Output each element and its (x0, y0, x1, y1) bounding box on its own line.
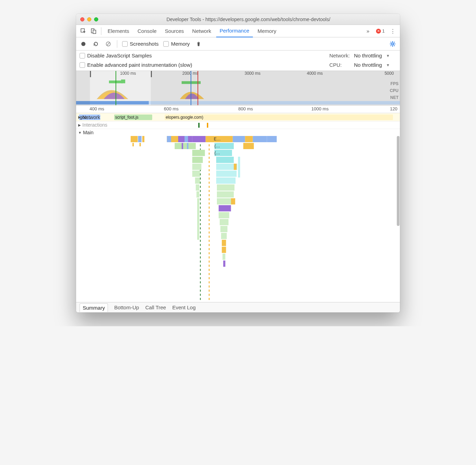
network-request-bar[interactable]: script_foot.js (114, 115, 152, 120)
screenshots-checkbox[interactable]: Screenshots (122, 41, 158, 47)
error-count-badge[interactable]: ✕ 1 (376, 28, 385, 34)
performance-toolbar: Screenshots Memory (76, 37, 400, 51)
capture-settings-button[interactable] (389, 40, 396, 48)
svg-rect-43 (267, 136, 276, 142)
ruler-tick: 600 ms (164, 106, 179, 111)
garbage-collect-button[interactable] (195, 40, 202, 48)
reload-record-button[interactable] (92, 40, 100, 48)
svg-line-12 (394, 45, 395, 46)
more-tabs-icon[interactable]: » (364, 27, 373, 36)
tab-console[interactable]: Console (134, 25, 160, 37)
scrollbar-thumb[interactable] (397, 136, 400, 226)
tab-sources[interactable]: Sources (162, 25, 187, 37)
ruler-tick: 1000 ms (311, 106, 329, 111)
svg-rect-46 (187, 143, 188, 149)
overview-timeline[interactable]: 1000 ms 2000 ms 3000 ms 4000 ms 5000 (76, 71, 400, 106)
svg-rect-56 (214, 150, 232, 156)
dropdown-icon[interactable]: ▼ (386, 54, 396, 58)
svg-rect-31 (138, 136, 141, 142)
svg-rect-63 (217, 198, 233, 204)
close-window-button[interactable] (80, 17, 84, 21)
svg-rect-69 (222, 240, 226, 246)
svg-rect-78 (139, 143, 141, 146)
overview-lane-labels: FPS CPU NET (390, 81, 399, 100)
svg-rect-45 (182, 143, 183, 149)
svg-rect-66 (220, 219, 228, 225)
svg-rect-68 (221, 233, 227, 239)
network-track[interactable]: ▶Network goo… script_foot.js elopers.goo… (76, 113, 400, 121)
enable-paint-label: Enable advanced paint instrumentation (s… (87, 62, 192, 68)
vertical-scrollbar[interactable] (396, 136, 400, 302)
network-throttle-label: Network: (329, 53, 350, 58)
detail-ruler[interactable]: 400 ms 600 ms 800 ms 1000 ms 120 (76, 106, 400, 113)
svg-rect-24 (76, 71, 90, 105)
separator (117, 40, 117, 48)
expand-icon[interactable]: ▶ (78, 115, 81, 119)
tab-memory[interactable]: Memory (254, 25, 280, 37)
devtools-window: Developer Tools - https://developers.goo… (76, 14, 400, 312)
svg-rect-76 (243, 143, 254, 149)
device-toolbar-icon[interactable] (89, 27, 98, 36)
ruler-tick: 120 (390, 106, 397, 111)
tab-bottom-up[interactable]: Bottom-Up (114, 304, 139, 310)
memory-label: Memory (171, 41, 190, 47)
svg-rect-71 (222, 254, 225, 260)
capture-options: Disable JavaScript Samples Network: No t… (76, 51, 400, 71)
clear-button[interactable] (104, 40, 112, 48)
screenshots-label: Screenshots (130, 41, 158, 47)
disable-js-samples-checkbox[interactable]: Disable JavaScript Samples (80, 53, 325, 58)
svg-line-13 (391, 45, 391, 46)
interactions-track[interactable]: ▶Interactions (76, 121, 400, 129)
tab-elements[interactable]: Elements (104, 25, 133, 37)
network-throttle-value[interactable]: No throttling (354, 53, 382, 58)
svg-rect-64 (219, 205, 231, 211)
svg-rect-55 (214, 143, 234, 149)
svg-rect-34 (167, 136, 171, 142)
minimize-window-button[interactable] (87, 17, 91, 21)
svg-rect-27 (207, 123, 208, 128)
cpu-throttle-label: CPU: (329, 62, 350, 68)
window-controls (80, 17, 98, 21)
timeline-tracks: ▶Network goo… script_foot.js elopers.goo… (76, 113, 400, 302)
tab-performance[interactable]: Performance (216, 25, 253, 37)
svg-rect-36 (184, 136, 188, 142)
fps-lane-label: FPS (390, 81, 399, 86)
main-track[interactable]: ▼Main (76, 129, 400, 302)
dropdown-icon[interactable]: ▼ (386, 63, 396, 67)
titlebar: Developer Tools - https://developers.goo… (76, 14, 400, 25)
svg-rect-51 (195, 177, 200, 184)
svg-rect-70 (222, 247, 226, 253)
tab-event-log[interactable]: Event Log (172, 304, 196, 310)
svg-point-3 (81, 42, 85, 46)
svg-rect-61 (217, 184, 235, 191)
svg-rect-42 (253, 136, 267, 142)
tab-summary[interactable]: Summary (80, 303, 108, 312)
flame-chart[interactable]: E… (… (… (76, 136, 400, 302)
kebab-menu-icon[interactable]: ⋮ (388, 27, 397, 36)
enable-paint-checkbox[interactable]: Enable advanced paint instrumentation (s… (80, 62, 325, 68)
separator (101, 27, 101, 35)
tab-network[interactable]: Network (189, 25, 215, 37)
svg-rect-39 (214, 136, 233, 142)
overview-chart (76, 71, 400, 105)
inspect-element-icon[interactable] (79, 27, 88, 36)
cpu-throttle-value[interactable]: No throttling (354, 62, 382, 68)
tab-call-tree[interactable]: Call Tree (145, 304, 166, 310)
svg-line-5 (107, 43, 110, 45)
collapse-icon[interactable]: ▼ (78, 131, 82, 135)
svg-rect-73 (231, 198, 235, 204)
svg-line-11 (391, 42, 391, 43)
svg-rect-41 (245, 136, 253, 142)
checkbox-icon (163, 41, 169, 47)
record-button[interactable] (80, 40, 87, 48)
network-request-bar[interactable]: elopers.google.com) (165, 115, 393, 120)
svg-rect-59 (216, 171, 237, 177)
svg-line-14 (394, 42, 395, 43)
memory-checkbox[interactable]: Memory (163, 41, 190, 47)
net-lane-label: NET (390, 95, 399, 100)
main-track-label: Main (83, 130, 93, 135)
error-icon: ✕ (376, 29, 381, 34)
svg-rect-72 (223, 261, 225, 267)
maximize-window-button[interactable] (94, 17, 98, 21)
svg-rect-60 (216, 177, 236, 184)
